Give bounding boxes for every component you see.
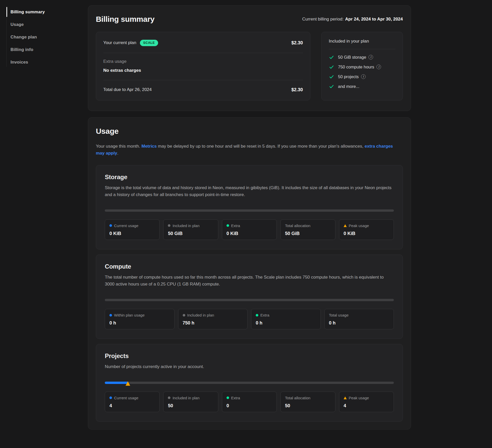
usage-intro-text: may be delayed by up to one hour and wil… (157, 144, 365, 149)
sidebar-item-label: Usage (11, 22, 24, 27)
usage-stats-row: Within plan usage 0 h Included in plan 7… (105, 309, 394, 329)
usage-stat-label: Included in plan (172, 223, 199, 228)
metrics-link[interactable]: Metrics (141, 144, 157, 149)
usage-stat-label: Total usage (329, 313, 349, 317)
usage-sections: Storage Storage is the total volume of d… (96, 165, 403, 422)
usage-section-title: Storage (105, 174, 394, 181)
extra-usage-row: Extra usage No extras charges (103, 53, 303, 80)
sidebar-item-label: Billing summary (11, 9, 45, 15)
plan-amount: $2.30 (291, 40, 303, 46)
usage-section-compute: Compute The total number of compute hour… (96, 254, 403, 339)
usage-stat-box: Total allocation 50 (280, 392, 335, 412)
checkmark-icon (329, 55, 334, 60)
checkmark-icon (329, 74, 334, 79)
sidebar-item-billing-summary[interactable]: Billing summary (6, 6, 88, 18)
divider (329, 49, 395, 49)
sidebar-nav: Billing summary Usage Change plan Billin… (6, 6, 88, 68)
main-content: Billing summary Current billing period:A… (88, 0, 411, 448)
usage-stat-value: 4 (344, 403, 389, 409)
usage-intro-text: Your usage this month. (96, 144, 141, 149)
usage-stat-label: Peak usage (349, 396, 369, 400)
current-plan-row: Your current plan SCALE $2.30 (103, 32, 303, 53)
sidebar-item-invoices[interactable]: Invoices (6, 56, 88, 68)
usage-stat-value: 4 (109, 403, 155, 409)
usage-stat-value: 50 GiB (285, 231, 331, 236)
extra-dot-icon (227, 396, 229, 399)
usage-stat-label: Current usage (114, 223, 138, 228)
usage-stat-value: 0 h (109, 320, 170, 326)
usage-stat-label-row: Included in plan (168, 223, 213, 228)
usage-stat-label-row: Included in plan (183, 313, 243, 317)
included-in-plan-dot-icon (183, 314, 185, 317)
usage-stat-label-row: Current usage (109, 396, 155, 400)
sidebar-item-label: Change plan (11, 35, 37, 40)
usage-stat-label: Within plan usage (114, 313, 145, 317)
usage-stat-label-row: Extra (227, 396, 272, 400)
usage-stat-value: 0 h (329, 320, 389, 326)
sidebar-item-label: Billing info (11, 47, 33, 52)
billing-page: Billing summary Usage Change plan Billin… (0, 0, 492, 448)
included-in-plan-dot-icon (168, 224, 170, 227)
included-feature-label: and more... (338, 84, 359, 89)
usage-stat-value: 750 h (183, 320, 243, 326)
info-icon[interactable] (361, 74, 366, 79)
sidebar-item-billing-info[interactable]: Billing info (6, 43, 88, 56)
included-in-plan-title: Included in your plan (329, 39, 395, 44)
billing-period: Current billing period:Apr 24, 2024 to A… (302, 17, 403, 22)
usage-card: Usage Your usage this month. Metrics may… (88, 117, 411, 430)
usage-intro-text: . (117, 151, 118, 156)
checkmark-icon (329, 84, 334, 89)
usage-stat-value: 0 KiB (227, 231, 272, 236)
usage-section-description: Storage is the total volume of data and … (105, 184, 394, 198)
usage-stat-box: Included in plan 750 h (178, 309, 248, 329)
usage-stat-label: Extra (231, 223, 240, 228)
info-icon[interactable] (376, 65, 381, 69)
usage-stat-label: Extra (260, 313, 269, 317)
included-feature-item: 750 compute hours (329, 62, 395, 72)
usage-stat-value: 50 (168, 403, 213, 409)
usage-stat-label: Included in plan (187, 313, 214, 317)
usage-stat-box: Total usage 0 h (324, 309, 394, 329)
usage-stat-label-row: Included in plan (168, 396, 213, 400)
total-due-label: Total due to Apr 26, 2024 (103, 87, 152, 92)
peak-usage-triangle-icon (344, 224, 347, 227)
usage-section-storage: Storage Storage is the total volume of d… (96, 165, 403, 249)
usage-stat-box: Peak usage 0 KiB (339, 219, 394, 240)
sidebar-item-change-plan[interactable]: Change plan (6, 31, 88, 43)
usage-stat-label-row: Within plan usage (109, 313, 170, 317)
current-usage-dot-icon (109, 396, 112, 399)
usage-stat-box: Extra 0 (222, 392, 277, 412)
plan-badge: SCALE (140, 40, 158, 46)
usage-stat-value: 0 KiB (344, 231, 389, 236)
usage-stat-box: Extra 0 h (251, 309, 321, 329)
peak-usage-triangle-icon (344, 396, 347, 399)
billing-summary-header: Billing summary Current billing period:A… (96, 15, 403, 24)
info-icon[interactable] (368, 55, 373, 59)
usage-stat-label-row: Current usage (109, 223, 155, 228)
included-in-plan-panel: Included in your plan 50 GiB storage 750… (321, 32, 403, 100)
total-due-amount: $2.30 (291, 87, 303, 93)
extra-usage-label: Extra usage (103, 59, 303, 64)
usage-progress-bar (105, 209, 394, 212)
included-feature-item: 50 GiB storage (329, 52, 395, 62)
usage-section-description: Number of projects currently active in y… (105, 363, 394, 370)
usage-stat-box: Current usage 0 KiB (105, 219, 160, 240)
usage-stat-box: Included in plan 50 GiB (163, 219, 218, 240)
sidebar-item-usage[interactable]: Usage (6, 18, 88, 31)
billing-summary-title: Billing summary (96, 15, 155, 24)
included-feature-list: 50 GiB storage 750 compute hours 50 proj… (329, 52, 395, 91)
usage-stats-row: Current usage 4 Included in plan 50 Extr… (105, 392, 394, 412)
current-plan-label: Your current plan (103, 40, 136, 45)
current-usage-dot-icon (109, 224, 112, 227)
usage-stat-label: Total allocation (285, 396, 310, 400)
usage-stat-box: Within plan usage 0 h (105, 309, 175, 329)
usage-stat-label: Included in plan (172, 396, 199, 400)
sidebar-item-label: Invoices (11, 60, 28, 65)
usage-stat-label: Current usage (114, 396, 138, 400)
usage-stats-row: Current usage 0 KiB Included in plan 50 … (105, 219, 394, 240)
sidebar: Billing summary Usage Change plan Billin… (0, 0, 88, 448)
usage-stat-label: Extra (231, 396, 240, 400)
usage-stat-value: 0 h (256, 320, 316, 326)
extra-dot-icon (256, 314, 258, 317)
usage-stat-box: Current usage 4 (105, 392, 160, 412)
